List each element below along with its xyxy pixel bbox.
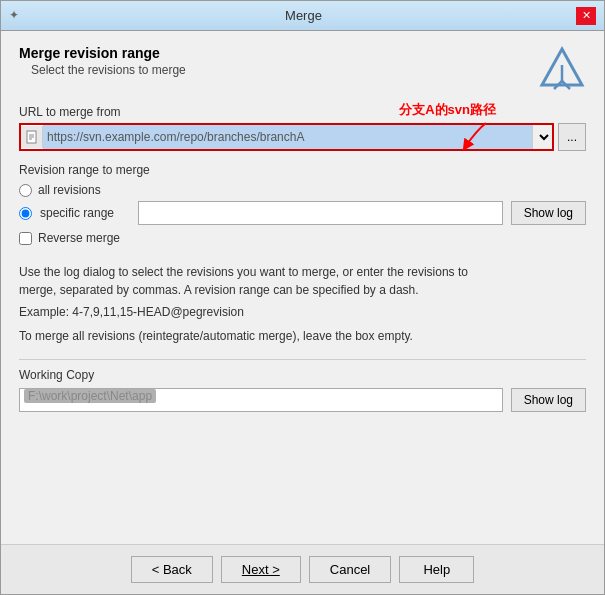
url-input-row: ▾ ... bbox=[19, 123, 586, 151]
example-label: Example: 4-7,9,11,15-HEAD@pegrevision bbox=[19, 305, 244, 319]
working-copy-label: Working Copy bbox=[19, 368, 586, 382]
back-button[interactable]: < Back bbox=[131, 556, 213, 583]
next-button[interactable]: Next > bbox=[221, 556, 301, 583]
main-content: Merge revision range Select the revision… bbox=[1, 31, 604, 544]
annotation-text: 分支A的svn路径 bbox=[399, 101, 496, 119]
working-copy-row: F:\work\project\Net\app Show log bbox=[19, 388, 586, 412]
info-line2: merge, separated by commas. A revision r… bbox=[19, 283, 419, 297]
url-dropdown[interactable]: ▾ bbox=[532, 125, 552, 149]
document-icon bbox=[25, 130, 39, 144]
page-title: Merge revision range bbox=[19, 45, 186, 61]
reverse-merge-checkbox[interactable] bbox=[19, 232, 32, 245]
info-line1: Use the log dialog to select the revisio… bbox=[19, 265, 468, 279]
working-copy-value: F:\work\project\Net\app bbox=[24, 389, 156, 403]
header-section: Merge revision range Select the revision… bbox=[19, 45, 586, 93]
show-log-button[interactable]: Show log bbox=[511, 201, 586, 225]
info-text: Use the log dialog to select the revisio… bbox=[19, 263, 586, 299]
range-input[interactable] bbox=[138, 201, 503, 225]
close-button[interactable]: ✕ bbox=[576, 7, 596, 25]
annotation: 分支A的svn路径 bbox=[399, 101, 496, 151]
header-text: Merge revision range Select the revision… bbox=[19, 45, 186, 77]
url-section: URL to merge from ▾ bbox=[19, 105, 586, 151]
title-bar: ✦ Merge ✕ bbox=[1, 1, 604, 31]
note-text: To merge all revisions (reintegrate/auto… bbox=[19, 327, 586, 345]
browse-button[interactable]: ... bbox=[558, 123, 586, 151]
window-title: Merge bbox=[31, 8, 576, 23]
specific-range-label: specific range bbox=[40, 206, 130, 220]
annotation-arrow-icon bbox=[456, 121, 496, 151]
url-file-icon bbox=[21, 126, 43, 148]
specific-range-row: specific range Show log bbox=[19, 201, 586, 225]
revision-section: Revision range to merge all revisions sp… bbox=[19, 163, 586, 253]
specific-range-radio[interactable] bbox=[19, 207, 32, 220]
merge-dialog: ✦ Merge ✕ Merge revision range Select th… bbox=[0, 0, 605, 595]
revision-section-label: Revision range to merge bbox=[19, 163, 586, 177]
divider bbox=[19, 359, 586, 360]
footer: < Back Next > Cancel Help bbox=[1, 544, 604, 594]
example-text: Example: 4-7,9,11,15-HEAD@pegrevision bbox=[19, 305, 586, 319]
cancel-button[interactable]: Cancel bbox=[309, 556, 391, 583]
reverse-merge-label: Reverse merge bbox=[38, 231, 120, 245]
working-copy-path: F:\work\project\Net\app bbox=[19, 388, 503, 412]
reverse-merge-row: Reverse merge bbox=[19, 231, 586, 245]
logo-icon bbox=[538, 45, 586, 93]
help-button[interactable]: Help bbox=[399, 556, 474, 583]
working-copy-section: Working Copy F:\work\project\Net\app Sho… bbox=[19, 368, 586, 412]
window-icon: ✦ bbox=[9, 8, 25, 24]
url-label: URL to merge from bbox=[19, 105, 586, 119]
all-revisions-label: all revisions bbox=[38, 183, 101, 197]
wc-show-log-button[interactable]: Show log bbox=[511, 388, 586, 412]
all-revisions-row: all revisions bbox=[19, 183, 586, 197]
page-subtitle: Select the revisions to merge bbox=[31, 63, 186, 77]
all-revisions-radio[interactable] bbox=[19, 184, 32, 197]
note-content: To merge all revisions (reintegrate/auto… bbox=[19, 329, 413, 343]
